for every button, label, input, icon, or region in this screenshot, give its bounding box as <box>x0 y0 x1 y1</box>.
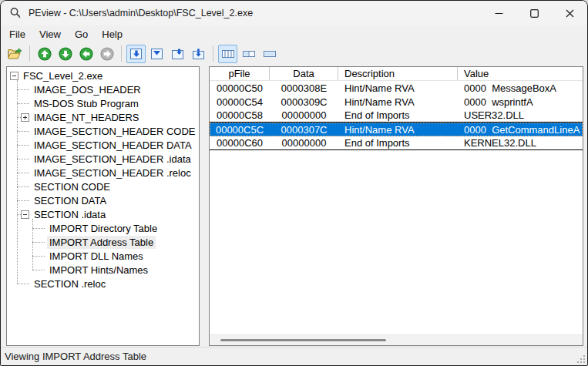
data-view-4-icon <box>192 48 206 60</box>
go-forward-icon <box>100 47 114 61</box>
tree-item-label[interactable]: SECTION .idata <box>32 208 108 221</box>
table-row-selected[interactable]: 00000C5C 0000307C Hint/Name RVA 0000 Get… <box>210 123 583 136</box>
tree-item-import-dll-names[interactable]: IMPORT DLL Names <box>7 249 199 263</box>
tree-item-label[interactable]: SECTION DATA <box>32 194 109 207</box>
cell-value: 0000 MessageBoxA <box>458 81 583 95</box>
open-file-button[interactable] <box>5 45 25 63</box>
scrollbar-thumb[interactable] <box>220 339 386 341</box>
tree-item-label[interactable]: IMAGE_SECTION_HEADER CODE <box>32 125 198 138</box>
go-down-button[interactable] <box>55 45 75 63</box>
tree-item-section-data[interactable]: SECTION DATA <box>7 193 199 207</box>
go-back-icon <box>79 47 93 61</box>
tree-item-label[interactable]: IMPORT Directory Table <box>47 222 160 235</box>
maximize-button[interactable] <box>516 1 552 25</box>
cell-value: 0000 GetCommandLineA <box>458 123 583 136</box>
table-row[interactable]: 00000C60 00000000 End of Imports KERNEL3… <box>210 136 583 150</box>
menu-help[interactable]: Help <box>95 26 129 42</box>
window-title: PEview - C:\Users\admin\Desktop\FSC_Leve… <box>29 8 253 18</box>
cell-pfile: 00000C5C <box>210 123 270 136</box>
tree-item-section-code[interactable]: SECTION CODE <box>7 180 199 193</box>
tree-item-label[interactable]: IMAGE_SECTION_HEADER .idata <box>32 153 193 166</box>
maximize-icon <box>530 9 539 18</box>
tree-connector <box>17 89 29 90</box>
tree-connector <box>17 173 29 173</box>
resize-grip-icon[interactable] <box>576 354 586 364</box>
menu-go[interactable]: Go <box>68 26 95 42</box>
tree-connector <box>32 270 45 270</box>
tree-connector <box>17 159 29 159</box>
collapse-icon[interactable] <box>21 210 29 219</box>
table-row[interactable]: 00000C58 00000000 End of Imports USER32.… <box>210 109 583 123</box>
cell-description: Hint/Name RVA <box>338 81 458 95</box>
tree-panel: FSC_Level_2.exe IMAGE_DOS_HEADER MS-DOS … <box>6 66 200 346</box>
tree-item-section-idata[interactable]: SECTION .idata <box>7 207 199 221</box>
cell-data: 00000000 <box>270 136 338 149</box>
column-header-data: Data <box>270 67 338 80</box>
table-row[interactable]: 00000C50 0000308E Hint/Name RVA 0000 Mes… <box>210 81 583 95</box>
tree-item-section-header-code[interactable]: IMAGE_SECTION_HEADER CODE <box>7 124 199 138</box>
horizontal-scrollbar[interactable] <box>210 334 583 345</box>
tree-item-section-header-idata[interactable]: IMAGE_SECTION_HEADER .idata <box>7 152 199 166</box>
expand-icon[interactable] <box>21 113 29 122</box>
tree-item-import-hints-names[interactable]: IMPORT Hints/Names <box>7 263 199 277</box>
tree-item-label[interactable]: IMAGE_SECTION_HEADER .reloc <box>32 166 193 180</box>
status-bar: Viewing IMPORT Address Table <box>1 347 587 365</box>
tree-item-label[interactable]: IMAGE_NT_HEADERS <box>32 111 142 124</box>
layout-columns-button[interactable] <box>218 45 237 63</box>
layout-single-button[interactable] <box>260 45 279 63</box>
cell-value: 0000 wsprintfA <box>458 95 583 109</box>
tree-item-section-header-reloc[interactable]: IMAGE_SECTION_HEADER .reloc <box>7 166 199 180</box>
go-down-icon <box>59 47 72 61</box>
layout-single-icon <box>263 49 277 59</box>
menu-view[interactable]: View <box>32 26 68 42</box>
tree-item-image-dos-header[interactable]: IMAGE_DOS_HEADER <box>7 82 199 96</box>
layout-split-button[interactable] <box>239 45 258 63</box>
tree-item-label[interactable]: SECTION .reloc <box>32 277 108 290</box>
go-forward-button[interactable] <box>97 45 116 63</box>
minimize-button[interactable] <box>481 1 516 25</box>
tree-item-label[interactable]: IMPORT DLL Names <box>47 250 146 263</box>
tree-item-label-selected[interactable]: IMPORT Address Table <box>47 236 156 249</box>
cell-description: End of Imports <box>338 136 458 149</box>
collapse-icon[interactable] <box>10 72 18 80</box>
data-view-4-button[interactable] <box>189 45 208 63</box>
magnifier-app-icon <box>9 7 22 19</box>
tree-item-root[interactable]: FSC_Level_2.exe <box>7 69 199 82</box>
tree-item-label[interactable]: MS-DOS Stub Program <box>32 97 141 110</box>
detail-panel: pFile Data Description Value 00000C50 00… <box>209 66 583 346</box>
minimize-icon <box>495 9 503 18</box>
tree-connector <box>32 242 45 243</box>
tree-item-import-address-table[interactable]: IMPORT Address Table <box>7 235 199 249</box>
tree-item-label[interactable]: FSC_Level_2.exe <box>21 69 105 82</box>
tree-item-import-directory-table[interactable]: IMPORT Directory Table <box>7 221 199 235</box>
tree-connector <box>17 131 29 132</box>
tree-item-label[interactable]: IMAGE_DOS_HEADER <box>32 83 143 96</box>
tree-connector <box>17 186 29 187</box>
go-up-icon <box>38 47 52 61</box>
close-button[interactable] <box>552 1 587 25</box>
data-view-2-icon <box>150 48 164 60</box>
cell-description: Hint/Name RVA <box>338 95 458 109</box>
open-file-icon <box>8 48 23 60</box>
menu-file[interactable]: File <box>2 26 32 42</box>
tree-item-label[interactable]: SECTION CODE <box>32 180 113 193</box>
tree-item-image-nt-headers[interactable]: IMAGE_NT_HEADERS <box>7 110 199 124</box>
table-row[interactable]: 00000C54 0000309C Hint/Name RVA 0000 wsp… <box>210 95 583 109</box>
tree-item-section-header-data[interactable]: IMAGE_SECTION_HEADER DATA <box>7 138 199 152</box>
tree-item-label[interactable]: IMAGE_SECTION_HEADER DATA <box>32 139 194 152</box>
tree-connector <box>17 103 29 104</box>
tree-item-section-reloc[interactable]: SECTION .reloc <box>7 277 199 290</box>
toolbar-separator <box>121 45 122 62</box>
cell-pfile: 00000C60 <box>210 136 270 149</box>
tree-item-label[interactable]: IMPORT Hints/Names <box>47 264 150 277</box>
data-view-3-button[interactable] <box>168 45 187 63</box>
cell-pfile: 00000C50 <box>210 81 270 95</box>
data-view-2-button[interactable] <box>147 45 166 63</box>
tree-connector <box>32 256 45 257</box>
go-back-button[interactable] <box>76 45 96 63</box>
data-view-1-icon <box>129 48 143 60</box>
cell-data: 0000308E <box>270 81 338 95</box>
tree-item-msdos-stub[interactable]: MS-DOS Stub Program <box>7 96 199 110</box>
go-up-button[interactable] <box>35 45 54 63</box>
data-view-1-button[interactable] <box>126 45 146 63</box>
